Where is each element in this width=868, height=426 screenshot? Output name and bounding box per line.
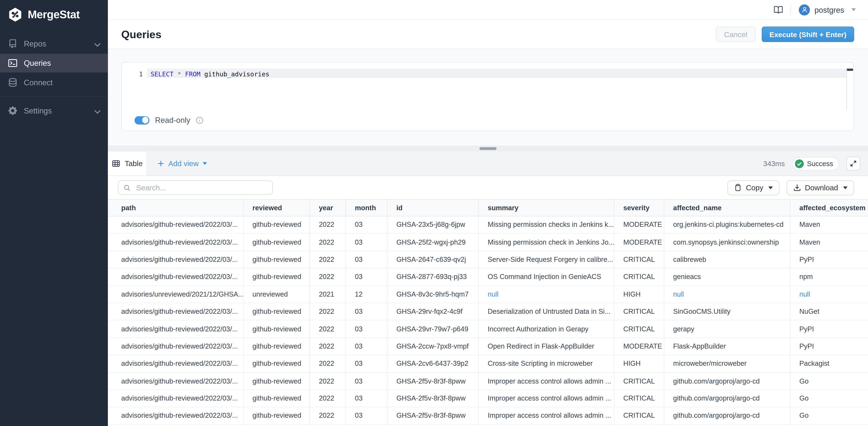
cell-year: 2022	[310, 355, 346, 372]
cell-reviewed: github-reviewed	[244, 269, 310, 285]
cell-month: 03	[346, 390, 388, 407]
copy-button[interactable]: Copy	[728, 180, 779, 195]
cell-reviewed: github-reviewed	[244, 321, 310, 337]
tab-table[interactable]: Table	[108, 152, 147, 175]
table-row[interactable]: advisories/unreviewed/2021/12/GHSA...unr…	[108, 286, 868, 303]
cell-id: GHSA-2f5v-8r3f-8pww	[388, 407, 479, 424]
results-tabbar: Table Add view 343ms Success	[108, 152, 868, 176]
export-buttons: Copy Download	[728, 180, 854, 195]
cell-affected_name: org.jenkins-ci.plugins:kubernetes-cd	[664, 217, 790, 233]
table-row[interactable]: advisories/github-reviewed/2022/03/...gi…	[108, 321, 868, 338]
cell-severity: MODERATE	[614, 217, 664, 233]
readonly-toggle[interactable]	[134, 116, 149, 124]
cell-reviewed: unreviewed	[244, 286, 310, 302]
add-view-button[interactable]: Add view	[157, 152, 207, 175]
cell-summary: OS Command Injection in GenieACS	[479, 269, 614, 285]
search-input[interactable]	[135, 183, 267, 192]
cell-severity: CRITICAL	[614, 303, 664, 320]
cell-severity: HIGH	[614, 286, 664, 302]
info-icon[interactable]	[196, 117, 203, 124]
cell-severity: CRITICAL	[614, 251, 664, 268]
table-row[interactable]: advisories/github-reviewed/2022/03/...gi…	[108, 269, 868, 286]
cell-id: GHSA-2877-693q-pj33	[388, 269, 479, 285]
table-row[interactable]: advisories/github-reviewed/2022/03/...gi…	[108, 234, 868, 251]
topbar-divider	[791, 4, 792, 15]
copy-label: Copy	[746, 184, 763, 192]
cell-affected_ecosystem: Packagist	[790, 355, 868, 372]
sidebar-item-settings[interactable]: Settings	[0, 101, 108, 121]
cell-affected_ecosystem: null	[790, 286, 868, 302]
table-row[interactable]: advisories/github-reviewed/2022/03/...gi…	[108, 251, 868, 269]
download-label: Download	[805, 184, 838, 192]
execute-button[interactable]: Execute (Shift + Enter)	[762, 27, 854, 42]
cell-id: GHSA-2ccw-7px8-vmpf	[388, 338, 479, 355]
cell-id: GHSA-29rv-fqx2-4c9f	[388, 303, 479, 320]
brand[interactable]: MergeStat	[0, 0, 108, 29]
sidebar-item-queries[interactable]: Queries	[0, 54, 108, 72]
table-row[interactable]: advisories/github-reviewed/2022/03/...gi…	[108, 407, 868, 425]
cell-reviewed: github-reviewed	[244, 390, 310, 407]
cell-path: advisories/unreviewed/2021/12/GHSA...	[108, 286, 244, 302]
cell-month: 03	[346, 251, 388, 268]
expand-arrows-icon	[850, 160, 857, 167]
cell-year: 2022	[310, 321, 346, 337]
topbar: postgres	[108, 0, 868, 20]
editor-scrollbar-track	[846, 68, 847, 110]
cell-year: 2022	[310, 234, 346, 251]
column-header-month: month	[346, 200, 388, 216]
line-number: 1	[122, 70, 143, 78]
cell-summary: Server-Side Request Forgery in calibre..…	[479, 251, 614, 268]
cell-month: 03	[346, 338, 388, 355]
editor-scrollbar-thumb[interactable]	[846, 68, 853, 70]
cell-month: 03	[346, 407, 388, 424]
sidebar-item-label: Queries	[24, 59, 51, 68]
user-menu[interactable]: postgres	[799, 4, 856, 15]
cell-affected_name: genieacs	[664, 269, 790, 285]
chevron-down-icon	[93, 40, 99, 47]
drag-handle-icon	[479, 147, 497, 150]
expand-button[interactable]	[846, 157, 860, 170]
table-row[interactable]: advisories/github-reviewed/2022/03/...gi…	[108, 303, 868, 321]
clipboard-icon	[734, 184, 742, 192]
sql-editor[interactable]: 1 SELECT * FROM github_advisories	[122, 63, 854, 110]
column-header-id: id	[388, 200, 479, 216]
cell-year: 2022	[310, 217, 346, 233]
cell-month: 03	[346, 234, 388, 251]
search-box[interactable]	[118, 180, 273, 195]
docs-book-icon[interactable]	[774, 5, 783, 14]
readonly-row: Read-only	[122, 109, 203, 130]
cell-affected_name: github.com/argoproj/argo-cd	[664, 373, 790, 390]
cell-path: advisories/github-reviewed/2022/03/...	[108, 407, 244, 424]
table-row[interactable]: advisories/github-reviewed/2022/03/...gi…	[108, 338, 868, 355]
table-row[interactable]: advisories/github-reviewed/2022/03/...gi…	[108, 373, 868, 390]
panel-resize-handle[interactable]	[108, 145, 868, 152]
sidebar-item-repos[interactable]: Repos	[0, 34, 108, 54]
cell-month: 03	[346, 321, 388, 337]
cell-severity: CRITICAL	[614, 390, 664, 407]
table-row[interactable]: advisories/github-reviewed/2022/03/...gi…	[108, 217, 868, 234]
chevron-down-icon	[93, 107, 99, 114]
cell-affected_ecosystem: PyPI	[790, 321, 868, 337]
download-button[interactable]: Download	[786, 180, 854, 195]
cell-path: advisories/github-reviewed/2022/03/...	[108, 390, 244, 407]
sidebar-item-connect[interactable]: Connect	[0, 73, 108, 92]
column-header-path: path	[108, 200, 244, 216]
table-row[interactable]: advisories/github-reviewed/2022/03/...gi…	[108, 355, 868, 373]
results-meta: 343ms Success	[763, 152, 868, 175]
plus-icon	[157, 160, 164, 167]
column-header-severity: severity	[614, 200, 664, 216]
resize-gap	[108, 131, 868, 145]
user-name: postgres	[814, 5, 844, 14]
cancel-button[interactable]: Cancel	[716, 27, 755, 42]
column-header-reviewed: reviewed	[244, 200, 310, 216]
cell-summary: Missing permission check in Jenkins Jo..…	[479, 234, 614, 251]
elapsed-time: 343ms	[763, 159, 785, 168]
cell-month: 03	[346, 373, 388, 390]
cell-summary: Improper access control allows admin ...	[479, 373, 614, 390]
terminal-icon	[8, 59, 17, 68]
table-row[interactable]: advisories/github-reviewed/2022/03/...gi…	[108, 390, 868, 407]
cell-path: advisories/github-reviewed/2022/03/...	[108, 269, 244, 285]
status-label: Success	[807, 160, 833, 168]
status-badge: Success	[792, 157, 839, 170]
column-header-affected_ecosystem: affected_ecosystem	[790, 200, 868, 216]
